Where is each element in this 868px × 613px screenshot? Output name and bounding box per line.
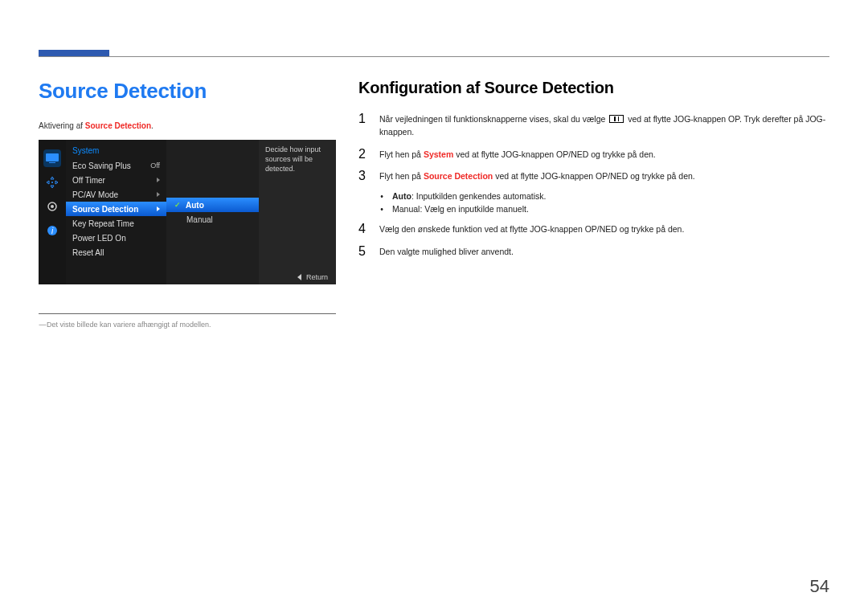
svg-point-4 <box>51 205 54 208</box>
osd-submenu: ✓Auto Manual <box>166 140 259 284</box>
chapter-accent-bar <box>39 50 109 56</box>
svg-rect-1 <box>49 162 55 163</box>
osd-footer: Return <box>297 270 336 284</box>
osd-item-pcav: PC/AV Mode <box>66 187 166 202</box>
step-5: 5 Den valgte mulighed bliver anvendt. <box>358 244 829 259</box>
osd-item-eco: Eco Saving PlusOff <box>66 158 166 173</box>
step-3: 3 Flyt hen på Source Detection ved at fl… <box>358 169 829 183</box>
menu-icon <box>609 115 624 123</box>
osd-item-source-detection: Source Detection <box>66 202 166 216</box>
osd-option-auto: ✓Auto <box>166 198 259 212</box>
step-1: 1 Når vejledningen til funktionsknappern… <box>358 112 829 139</box>
osd-icon-monitor <box>43 149 61 167</box>
option-manual-desc: • Manual: Vælg en inputkilde manuelt. <box>379 204 829 214</box>
section-title: Source Detection <box>39 79 336 104</box>
config-heading: Konfiguration af Source Detection <box>358 79 829 97</box>
osd-item-keyrepeat: Key Repeat Time <box>66 216 166 231</box>
osd-screenshot: i System Eco Saving PlusOff Off Timer PC… <box>39 140 336 284</box>
osd-hint-text: Decide how input sources will be detecte… <box>259 140 336 284</box>
option-auto-desc: • Auto: Inputkilden genkendes automatisk… <box>379 191 829 201</box>
activation-caption: Aktivering af Source Detection. <box>39 121 336 130</box>
page-number: 54 <box>810 576 829 597</box>
svg-rect-0 <box>46 153 59 161</box>
options-sublist: • Auto: Inputkilden genkendes automatisk… <box>379 191 829 214</box>
osd-menu-list: System Eco Saving PlusOff Off Timer PC/A… <box>66 140 166 284</box>
steps-list: 1 Når vejledningen til funktionsknappern… <box>358 112 829 259</box>
osd-icon-gear <box>43 198 61 215</box>
osd-menu-title: System <box>66 143 166 158</box>
osd-icon-move <box>43 174 61 191</box>
footnote-text: ―Det viste billede kan variere afhængigt… <box>39 321 336 329</box>
header-rule <box>39 56 829 57</box>
osd-item-offtimer: Off Timer <box>66 173 166 187</box>
step-2: 2 Flyt hen på System ved at flytte JOG-k… <box>358 147 829 161</box>
step-4: 4 Vælg den ønskede funktion ved at flytt… <box>358 222 829 236</box>
footnote-rule <box>39 313 336 314</box>
svg-point-2 <box>51 182 53 183</box>
osd-item-powerled: Power LED On <box>66 231 166 245</box>
osd-option-manual: Manual <box>166 212 259 227</box>
osd-sidebar: i <box>39 140 66 284</box>
osd-item-resetall: Reset All <box>66 245 166 260</box>
osd-icon-info: i <box>43 222 61 239</box>
